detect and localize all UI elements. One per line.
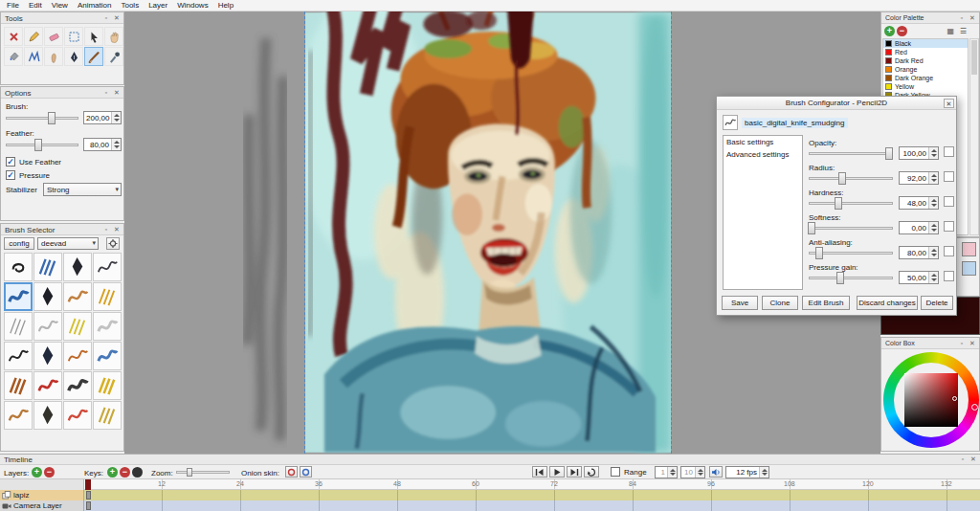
antialiasing-mapping-button[interactable] [944, 246, 954, 256]
float-panel-icon[interactable]: ▫ [957, 339, 967, 348]
slider-thumb[interactable] [838, 172, 846, 185]
antialiasing-slider[interactable] [809, 247, 893, 259]
clear-tool-button[interactable] [4, 27, 23, 46]
pressure-gain-spinbox[interactable]: 50,00 [899, 271, 939, 284]
spinner-arrows-icon[interactable] [928, 272, 938, 283]
menu-layer[interactable]: Layer [144, 1, 172, 10]
active-brush-row[interactable]: basic_digital_knife_smudging [723, 114, 848, 131]
close-panel-icon[interactable]: ✕ [969, 455, 978, 464]
layer-cell[interactable]: lapiz [0, 490, 84, 500]
smudge-tool-button[interactable] [44, 47, 63, 66]
pen-tool-button[interactable] [64, 47, 83, 66]
brush-thumbnail-selected[interactable] [4, 282, 33, 311]
pencil-tool-button[interactable] [24, 27, 43, 46]
add-layer-button[interactable]: + [32, 467, 42, 478]
slider-thumb[interactable] [815, 247, 823, 259]
range-to-spinbox[interactable]: 10 [680, 466, 705, 478]
close-panel-icon[interactable]: ✕ [968, 339, 977, 348]
brush-thumbnail[interactable] [33, 371, 62, 400]
discard-changes-button[interactable]: Discard changes [857, 296, 918, 310]
spinner-arrows-icon[interactable] [667, 467, 677, 478]
timeline-zoom-slider[interactable] [176, 468, 230, 477]
pressure-gain-mapping-button[interactable] [944, 271, 954, 281]
opacity-slider[interactable] [809, 147, 893, 160]
brush-size-slider[interactable] [6, 112, 78, 124]
hardness-mapping-button[interactable] [944, 196, 954, 207]
menu-view[interactable]: View [47, 1, 73, 10]
palette-color-row[interactable]: Orange [883, 65, 968, 74]
brush-thumbnail[interactable] [4, 253, 33, 281]
radius-slider[interactable] [809, 172, 893, 185]
brush-thumbnail[interactable] [93, 401, 122, 430]
timeline-ruler[interactable]: 12 24 36 48 60 72 84 96 108 120 132 [0, 479, 980, 490]
pressure-gain-slider[interactable] [809, 272, 893, 284]
onion-prev-button[interactable] [285, 466, 298, 478]
use-feather-checkbox[interactable]: ✓ Use Feather [6, 157, 121, 167]
list-view-icon[interactable]: ☰ [960, 27, 967, 35]
brush-settings-button[interactable] [106, 237, 120, 250]
remove-layer-button[interactable]: − [44, 467, 55, 478]
slider-thumb[interactable] [808, 222, 815, 234]
spinner-arrows-icon[interactable] [759, 467, 768, 478]
menu-edit[interactable]: Edit [24, 1, 47, 10]
edit-brush-button[interactable]: Edit Brush [802, 296, 850, 310]
spinner-arrows-icon[interactable] [928, 222, 938, 233]
close-panel-icon[interactable]: ✕ [968, 13, 977, 23]
hue-marker[interactable] [971, 404, 978, 411]
nav-basic-settings[interactable]: Basic settings [724, 136, 802, 148]
brush-thumbnail[interactable] [33, 401, 62, 430]
palette-color-row[interactable]: Red [883, 48, 968, 56]
softness-mapping-button[interactable] [944, 221, 954, 232]
brush-thumbnail[interactable] [93, 282, 122, 311]
float-panel-icon[interactable]: ▫ [101, 225, 111, 234]
brush-thumbnail[interactable] [33, 253, 62, 281]
remove-key-button[interactable]: − [120, 467, 130, 478]
spinner-arrows-icon[interactable] [928, 197, 938, 209]
add-key-button[interactable]: + [107, 467, 118, 478]
hardness-slider[interactable] [809, 197, 893, 210]
brush-thumbnail[interactable] [93, 253, 122, 281]
onion-next-button[interactable] [300, 466, 312, 478]
brush-thumbnail[interactable] [63, 312, 92, 341]
hardness-spinbox[interactable]: 48,00 [899, 196, 939, 210]
close-panel-icon[interactable]: ✕ [112, 13, 122, 23]
brush-thumbnail[interactable] [33, 282, 62, 311]
last-frame-button[interactable] [567, 466, 582, 478]
slider-thumb[interactable] [48, 112, 56, 124]
menu-tools[interactable]: Tools [116, 1, 144, 10]
float-panel-icon[interactable]: ▫ [101, 13, 111, 23]
opacity-spinbox[interactable]: 100,00 [899, 146, 939, 160]
brush-thumbnail[interactable] [63, 342, 92, 370]
brush-thumbnail[interactable] [4, 342, 33, 370]
menu-animation[interactable]: Animation [73, 1, 117, 10]
palette-color-row[interactable]: Dark Orange [883, 74, 968, 82]
saturation-value-square[interactable] [904, 373, 958, 427]
select-tool-button[interactable] [64, 27, 83, 46]
ruler-track[interactable]: 12 24 36 48 60 72 84 96 108 120 132 [84, 479, 980, 490]
scrollbar-thumb[interactable] [971, 40, 977, 75]
float-panel-icon[interactable]: ▫ [957, 13, 967, 23]
close-panel-icon[interactable]: ✕ [112, 225, 122, 234]
range-checkbox[interactable]: Range [611, 467, 653, 478]
bucket-tool-button[interactable] [4, 47, 23, 66]
layer-cell[interactable]: Camera Layer [0, 500, 84, 511]
save-button[interactable]: Save [722, 296, 758, 310]
brush-thumbnail[interactable] [33, 342, 62, 370]
sound-button[interactable] [709, 466, 723, 478]
play-button[interactable] [549, 466, 565, 478]
slider-thumb[interactable] [187, 468, 192, 477]
brush-thumbnail[interactable] [93, 371, 122, 400]
move-tool-button[interactable] [84, 27, 103, 46]
keyframe[interactable] [86, 491, 91, 500]
layer-track[interactable] [84, 500, 980, 511]
brush-thumbnail[interactable] [93, 342, 122, 370]
palette-color-row[interactable]: Dark Red [883, 56, 968, 65]
delete-button[interactable]: Delete [921, 296, 953, 310]
float-panel-icon[interactable]: ▫ [958, 455, 968, 464]
hue-wheel[interactable] [883, 352, 979, 448]
spinner-arrows-icon[interactable] [928, 247, 938, 258]
dialog-close-button[interactable]: ✕ [944, 99, 954, 108]
brush-thumbnail[interactable] [33, 312, 62, 341]
spinner-arrows-icon[interactable] [111, 112, 121, 123]
brush-tool-button[interactable] [84, 47, 103, 66]
